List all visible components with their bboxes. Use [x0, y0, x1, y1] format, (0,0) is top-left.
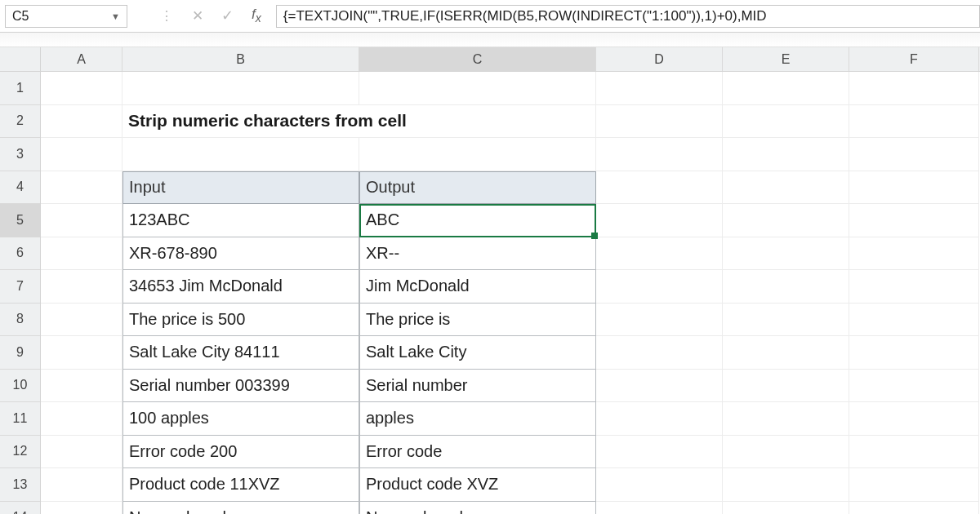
- cell-E4[interactable]: [723, 171, 849, 205]
- cell-E6[interactable]: [723, 237, 849, 271]
- cell-E8[interactable]: [723, 304, 849, 337]
- cell-A6[interactable]: [41, 237, 122, 271]
- cell-C9[interactable]: Salt Lake City: [359, 336, 596, 370]
- row-header-1[interactable]: 1: [0, 72, 40, 105]
- cell-D2[interactable]: [596, 105, 723, 139]
- cell-F5[interactable]: [849, 204, 979, 237]
- cell-F7[interactable]: [849, 270, 979, 304]
- col-header-E[interactable]: E: [723, 47, 849, 71]
- cell-A10[interactable]: [41, 370, 122, 403]
- cell-C6[interactable]: XR--: [359, 237, 596, 271]
- name-box[interactable]: C5 ▼: [5, 5, 127, 28]
- cell-E5[interactable]: [723, 204, 849, 237]
- cell-A12[interactable]: [41, 436, 122, 469]
- cell-C12[interactable]: Error code: [359, 436, 596, 469]
- row-header-4[interactable]: 4: [0, 171, 40, 205]
- cell-E11[interactable]: [723, 402, 849, 436]
- fx-icon[interactable]: fx: [252, 7, 261, 24]
- confirm-icon[interactable]: ✓: [221, 7, 234, 24]
- cell-A5[interactable]: [41, 204, 122, 237]
- cell-D11[interactable]: [596, 402, 723, 436]
- cell-A9[interactable]: [41, 336, 122, 370]
- cell-F3[interactable]: [849, 138, 979, 171]
- cell-B2-title[interactable]: Strip numeric characters from cell: [122, 105, 596, 139]
- cell-C1[interactable]: [359, 72, 596, 105]
- row-header-3[interactable]: 3: [0, 138, 40, 171]
- col-header-D[interactable]: D: [596, 47, 723, 71]
- row-header-9[interactable]: 9: [0, 336, 40, 370]
- cell-A1[interactable]: [41, 72, 122, 105]
- row-header-2[interactable]: 2: [0, 105, 40, 139]
- cell-F11[interactable]: [849, 402, 979, 436]
- cancel-icon[interactable]: ✕: [192, 7, 203, 24]
- cell-E3[interactable]: [723, 138, 849, 171]
- cell-C10[interactable]: Serial number: [359, 370, 596, 403]
- cell-C4-header-output[interactable]: Output: [359, 171, 596, 205]
- cell-E13[interactable]: [723, 468, 849, 502]
- col-header-F[interactable]: F: [849, 47, 979, 71]
- cell-D10[interactable]: [596, 370, 723, 403]
- cell-D7[interactable]: [596, 270, 723, 304]
- cell-A8[interactable]: [41, 304, 122, 337]
- cell-C3[interactable]: [359, 138, 596, 171]
- cell-F9[interactable]: [849, 336, 979, 370]
- cell-C8[interactable]: The price is: [359, 304, 596, 337]
- cell-B14[interactable]: No numbers here: [122, 502, 359, 515]
- cell-B5[interactable]: 123ABC: [122, 204, 359, 237]
- cell-A13[interactable]: [41, 468, 122, 502]
- cell-F2[interactable]: [849, 105, 979, 139]
- cell-B10[interactable]: Serial number 003399: [122, 370, 359, 403]
- row-header-11[interactable]: 11: [0, 402, 40, 436]
- cell-C14[interactable]: No numbers here: [359, 502, 596, 515]
- cell-A4[interactable]: [41, 171, 122, 205]
- cell-B8[interactable]: The price is 500: [122, 304, 359, 337]
- cell-D8[interactable]: [596, 304, 723, 337]
- chevron-down-icon[interactable]: ▼: [111, 11, 120, 21]
- cell-D13[interactable]: [596, 468, 723, 502]
- cell-B7[interactable]: 34653 Jim McDonald: [122, 270, 359, 304]
- cell-B11[interactable]: 100 apples: [122, 402, 359, 436]
- cell-F8[interactable]: [849, 304, 979, 337]
- cell-A7[interactable]: [41, 270, 122, 304]
- cell-D9[interactable]: [596, 336, 723, 370]
- cell-B12[interactable]: Error code 200: [122, 436, 359, 469]
- row-header-10[interactable]: 10: [0, 370, 40, 403]
- cell-E12[interactable]: [723, 436, 849, 469]
- cell-A14[interactable]: [41, 502, 122, 515]
- cell-D14[interactable]: [596, 502, 723, 515]
- cell-F12[interactable]: [849, 436, 979, 469]
- cell-F10[interactable]: [849, 370, 979, 403]
- cell-E2[interactable]: [723, 105, 849, 139]
- cell-C11[interactable]: apples: [359, 402, 596, 436]
- row-header-6[interactable]: 6: [0, 237, 40, 271]
- select-all-corner[interactable]: [0, 47, 41, 72]
- cell-D1[interactable]: [596, 72, 723, 105]
- cell-F13[interactable]: [849, 468, 979, 502]
- cell-B3[interactable]: [122, 138, 359, 171]
- cell-C13[interactable]: Product code XVZ: [359, 468, 596, 502]
- formula-bar[interactable]: {=TEXTJOIN("",TRUE,IF(ISERR(MID(B5,ROW(I…: [276, 5, 980, 28]
- cell-B9[interactable]: Salt Lake City 84111: [122, 336, 359, 370]
- row-header-7[interactable]: 7: [0, 270, 40, 304]
- cell-F14[interactable]: [849, 502, 979, 515]
- cell-D6[interactable]: [596, 237, 723, 271]
- cell-E14[interactable]: [723, 502, 849, 515]
- cell-E7[interactable]: [723, 270, 849, 304]
- cell-A3[interactable]: [41, 138, 122, 171]
- row-header-13[interactable]: 13: [0, 468, 40, 502]
- cell-B4-header-input[interactable]: Input: [122, 171, 359, 205]
- row-header-5[interactable]: 5: [0, 204, 40, 237]
- cell-D5[interactable]: [596, 204, 723, 237]
- row-header-12[interactable]: 12: [0, 436, 40, 469]
- cell-F4[interactable]: [849, 171, 979, 205]
- cell-B13[interactable]: Product code 11XVZ: [122, 468, 359, 502]
- cell-F6[interactable]: [849, 237, 979, 271]
- cell-C7[interactable]: Jim McDonald: [359, 270, 596, 304]
- col-header-C[interactable]: C: [359, 47, 596, 71]
- cell-A2[interactable]: [41, 105, 122, 139]
- row-header-14[interactable]: 14: [0, 502, 40, 515]
- cell-E9[interactable]: [723, 336, 849, 370]
- cell-B6[interactable]: XR-678-890: [122, 237, 359, 271]
- cell-B1[interactable]: [122, 72, 359, 105]
- cell-D4[interactable]: [596, 171, 723, 205]
